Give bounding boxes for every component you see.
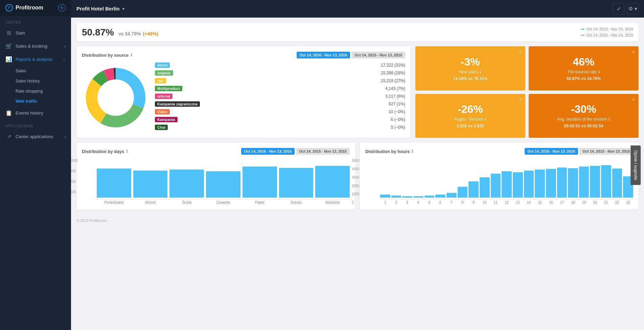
bounce-rate-label: The bounce rate ℹ bbox=[567, 70, 600, 74]
close-pages-session[interactable]: × bbox=[519, 97, 522, 103]
bar-label-wtorek: Wtorek bbox=[133, 201, 168, 204]
sidebar-item-start[interactable]: ⊞ Start bbox=[0, 26, 71, 40]
hours-y0: 0 bbox=[352, 201, 359, 204]
bar-hour-3 bbox=[402, 196, 412, 198]
dist-days-tab1[interactable]: Oct 14, 2016 - Nov 13, 2016 bbox=[241, 148, 295, 155]
donut-chart bbox=[82, 64, 150, 131]
sales-booking-label: Sales & booking bbox=[16, 44, 47, 49]
prev-date-text: Oct 14, 2015 - Nov 13, 2015 bbox=[586, 32, 633, 39]
sidebar-item-rate-shopping[interactable]: Rate shopping bbox=[16, 86, 71, 96]
dist-hours-info-icon[interactable]: ℹ bbox=[412, 149, 413, 154]
dist-days-info-icon[interactable]: ℹ bbox=[126, 149, 128, 154]
bar-hour-7 bbox=[446, 193, 457, 198]
bar-hour-12 bbox=[502, 171, 512, 198]
sidebar-item-sales-booking[interactable]: 🛒 Sales & booking › bbox=[0, 40, 71, 53]
hours-y-axis: 5000 4000 3000 2000 1000 0 bbox=[352, 159, 359, 204]
bar-hour-label-6: 6 bbox=[435, 201, 445, 204]
settings-button[interactable]: ⚙ ▾ bbox=[627, 3, 639, 15]
new-users-vs: 74.18% vs 76.11% bbox=[453, 76, 487, 81]
avg-duration-vs: 00:02:01 vs 00:02:54 bbox=[564, 124, 603, 128]
summary-change: (+46%) bbox=[143, 31, 158, 36]
current-date-text: Oct 14, 2015 - Nov 13, 2016 bbox=[586, 26, 633, 32]
bar-hour-5 bbox=[424, 196, 435, 198]
days-bar-labels: PoniedziałekWtorekŚrodaCzwartekPiątekSob… bbox=[97, 201, 350, 204]
source-item-video: Video 10 (~0%) bbox=[155, 109, 405, 115]
bar-hour-21 bbox=[601, 165, 611, 198]
hotel-dropdown-icon: ▼ bbox=[122, 7, 125, 11]
sidebar-item-center-applications[interactable]: ↗ Center applications › bbox=[0, 130, 71, 143]
days-chart-container: 10000 7500 5000 2500 0 PoniedziałekWtore… bbox=[82, 159, 350, 204]
sidebar-item-sales-history[interactable]: Sales history bbox=[16, 76, 71, 86]
bar-czwartek bbox=[206, 171, 240, 198]
dist-source-tab2[interactable]: Oct 14, 2015 - Nov 13, 2015 bbox=[351, 52, 405, 58]
pages-session-info-icon[interactable]: ℹ bbox=[485, 117, 486, 122]
sidebar-item-reports[interactable]: 📊 Reports & analysis ⌄ bbox=[0, 53, 71, 66]
stat-card-avg-duration: × -30% Avg. duration of the session ℹ 00… bbox=[529, 94, 639, 138]
close-new-users[interactable]: × bbox=[519, 49, 522, 55]
bar-label-czwartek: Czwartek bbox=[206, 201, 240, 204]
expand-button[interactable]: ⤢ bbox=[613, 3, 624, 15]
days-y1: 2500 bbox=[71, 190, 78, 194]
sales-label: Sales bbox=[16, 69, 26, 73]
dist-source-title: Distribution by source bbox=[82, 53, 129, 58]
dist-hours-tab2[interactable]: Oct 14, 2015 - Nov 13, 2015 bbox=[579, 148, 633, 155]
refresh-button[interactable]: ↻ bbox=[58, 4, 66, 11]
reports-label: Reports & analysis bbox=[16, 57, 52, 62]
feedback-tab[interactable]: Opinie i sugestie bbox=[631, 145, 641, 185]
bar-hour-18 bbox=[568, 168, 578, 198]
close-avg-duration[interactable]: × bbox=[632, 97, 635, 103]
bar-hour-6 bbox=[435, 195, 445, 198]
bar-hour-1 bbox=[380, 195, 390, 198]
bar-hour-label-14: 14 bbox=[524, 201, 534, 204]
bar-hour-label-7: 7 bbox=[446, 201, 457, 204]
content-grid: Distribution by source ℹ Oct 14, 2016 - … bbox=[76, 46, 639, 138]
sidebar-item-web-traffic[interactable]: Web traffic bbox=[16, 96, 71, 106]
bar-hour-22 bbox=[612, 169, 622, 198]
new-users-info-icon[interactable]: ℹ bbox=[480, 70, 481, 74]
sidebar-item-events-history[interactable]: 📋 Events history bbox=[0, 106, 71, 120]
dist-hours-title: Distribution by hours bbox=[365, 149, 410, 154]
sidebar-item-sales[interactable]: Sales bbox=[16, 66, 71, 76]
bounce-rate-value: 50.87% bbox=[82, 27, 114, 38]
bar-hour-10 bbox=[480, 177, 490, 198]
bottom-row: Distribution by days ℹ Oct 14, 2016 - No… bbox=[76, 143, 639, 210]
new-users-pct: -3% bbox=[461, 56, 480, 68]
logo-icon: P bbox=[5, 4, 13, 11]
bar-hour-label-23: 23 bbox=[623, 201, 633, 204]
bar-label-poniedziałek: Poniedziałek bbox=[97, 201, 131, 204]
bar-label-sobota: Sobota bbox=[279, 201, 314, 204]
bar-hour-8 bbox=[458, 187, 468, 198]
bounce-rate-info-icon[interactable]: ℹ bbox=[598, 70, 600, 74]
events-history-label: Events history bbox=[16, 110, 43, 116]
dist-days-tab2[interactable]: Oct 14, 2015 - Nov 13, 2015 bbox=[296, 148, 350, 155]
close-bounce-rate[interactable]: × bbox=[632, 49, 635, 55]
summary-dates: Oct 14, 2015 - Nov 13, 2016 Oct 14, 2015… bbox=[581, 26, 633, 38]
bar-hour-19 bbox=[579, 167, 589, 198]
dist-source-tab1[interactable]: Oct 14, 2016 - Nov 13, 2016 bbox=[297, 52, 350, 58]
web-traffic-label: Web traffic bbox=[16, 99, 37, 104]
bar-hour-17 bbox=[557, 168, 567, 198]
summary-vs-text: vs 34.79% bbox=[119, 31, 141, 36]
pages-session-pct: -26% bbox=[458, 103, 483, 116]
bar-label-niedziela: Niedziela bbox=[315, 201, 350, 204]
stat-card-pages-session: × -26% Pages / Session ℹ 2.832 vs 3.829 bbox=[415, 94, 525, 138]
dist-source-info-icon[interactable]: ℹ bbox=[131, 53, 132, 57]
stat-cards-grid: × -3% New users ℹ 74.18% vs 76.11% × 46%… bbox=[415, 46, 639, 138]
dist-days-card: Distribution by days ℹ Oct 14, 2016 - No… bbox=[76, 143, 355, 210]
avg-duration-label: Avg. duration of the session ℹ bbox=[557, 117, 610, 122]
avg-duration-info-icon[interactable]: ℹ bbox=[608, 117, 610, 122]
source-item-referral: referral 3,117 (6%) bbox=[155, 94, 405, 99]
dist-hours-tab1[interactable]: Oct 14, 2016 - Nov 13, 2016 bbox=[525, 148, 578, 155]
start-label: Start bbox=[16, 30, 25, 35]
hours-y3: 3000 bbox=[352, 176, 359, 179]
dist-source-inner: direct 17,222 (31%) organic 15,398 (28%)… bbox=[82, 62, 405, 132]
applications-icon: ↗ bbox=[5, 133, 12, 140]
days-y0: 0 bbox=[71, 201, 78, 204]
bar-hour-2 bbox=[391, 196, 401, 198]
days-y2: 5000 bbox=[71, 180, 78, 183]
pages-session-label: Pages / Session ℹ bbox=[454, 117, 487, 122]
bar-poniedziałek bbox=[97, 169, 131, 198]
source-item-direct: direct 17,222 (31%) bbox=[155, 62, 405, 68]
hotel-selector[interactable]: Profit Hotel Berlin ▼ bbox=[76, 6, 125, 11]
sidebar: P Profitroom ↻ Center ⊞ Start 🛒 Sales & … bbox=[0, 0, 71, 330]
